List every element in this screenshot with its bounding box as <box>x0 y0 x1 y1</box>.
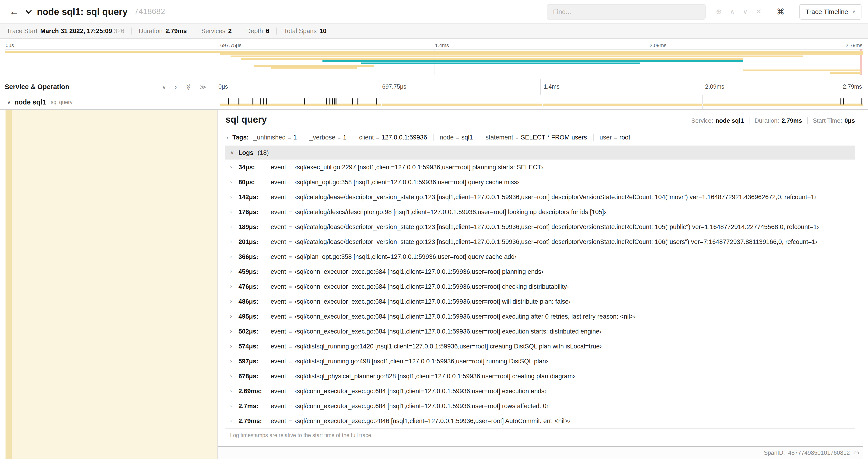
log-row[interactable]: › 502μs: event = ‹sql/conn_executor_exec… <box>225 324 855 339</box>
log-marker-tick[interactable] <box>352 98 353 104</box>
tag-item[interactable]: _verbose = 1 <box>303 134 352 141</box>
find-box[interactable] <box>547 4 706 19</box>
chevron-right-icon[interactable]: › <box>230 328 234 334</box>
chevron-right-icon[interactable]: › <box>226 134 228 141</box>
chevron-down-icon[interactable] <box>25 8 32 15</box>
span-row-label[interactable]: ∨ node sql1 sql query <box>5 95 220 109</box>
collapse-all-icon[interactable]: ≫ <box>185 84 192 90</box>
log-marker-tick[interactable] <box>266 98 267 104</box>
minimap-canvas[interactable] <box>5 49 863 75</box>
tag-item[interactable]: statement = SELECT * FROM users <box>479 134 593 141</box>
gridline-bar-break <box>381 104 382 106</box>
log-row[interactable]: › 366μs: event = ‹sql/plan_opt.go:358 [n… <box>225 249 855 264</box>
log-marker-tick[interactable] <box>252 98 253 104</box>
logs-header[interactable]: ∨ Logs (18) <box>225 145 855 160</box>
chevron-right-icon[interactable]: › <box>230 223 234 230</box>
equals-sign: = <box>289 403 292 409</box>
log-row[interactable]: › 2.69ms: event = ‹sql/conn_executor_exe… <box>225 384 855 398</box>
log-marker-tick[interactable] <box>840 98 841 104</box>
log-marker-tick[interactable] <box>264 98 265 104</box>
log-row[interactable]: › 476μs: event = ‹sql/conn_executor_exec… <box>225 279 855 294</box>
log-row[interactable]: › 486μs: event = ‹sql/conn_executor_exec… <box>225 294 855 309</box>
chevron-right-icon[interactable]: › <box>230 418 234 424</box>
tag-item[interactable]: client = 127.0.0.1:59936 <box>352 134 433 141</box>
chevron-right-icon[interactable]: › <box>230 179 234 185</box>
log-row[interactable]: › 34μs: event = ‹sql/exec_util.go:2297 [… <box>225 160 855 174</box>
expand-all-icon[interactable]: ≫ <box>200 83 206 90</box>
timeline-tick-label: 0μs <box>218 84 228 90</box>
chevron-right-icon[interactable]: › <box>230 388 234 394</box>
tag-item[interactable]: node = sql1 <box>433 134 479 141</box>
chevron-right-icon[interactable]: › <box>230 313 234 320</box>
log-timestamp: 502μs: <box>239 328 267 335</box>
chevron-right-icon[interactable]: › <box>230 268 234 275</box>
log-marker-tick[interactable] <box>304 98 305 104</box>
expand-one-icon[interactable]: › <box>175 83 177 90</box>
chevron-right-icon[interactable]: › <box>230 208 234 215</box>
log-row[interactable]: › 80μs: event = ‹sql/plan_opt.go:358 [ns… <box>225 174 855 189</box>
chevron-down-icon[interactable]: ∨ <box>7 99 11 105</box>
log-row[interactable]: › 597μs: event = ‹sql/distsql_running.go… <box>225 354 855 368</box>
chevron-right-icon[interactable]: › <box>230 298 234 305</box>
log-row[interactable]: › 201μs: event = ‹sql/catalog/lease/desc… <box>225 234 855 249</box>
log-marker-tick[interactable] <box>228 98 229 104</box>
tag-value: root <box>620 134 630 141</box>
log-row[interactable]: › 459μs: event = ‹sql/conn_executor_exec… <box>225 264 855 279</box>
locate-icon[interactable]: ⊕ <box>716 7 722 16</box>
chevron-right-icon[interactable]: › <box>230 194 234 200</box>
timeline-tick-column: 0μs <box>217 79 379 95</box>
log-marker-tick[interactable] <box>376 98 377 104</box>
span-timeline-area[interactable] <box>220 95 863 109</box>
log-marker-tick[interactable] <box>330 98 331 104</box>
log-timestamp: 2.7ms: <box>239 402 267 409</box>
equals-sign: = <box>614 135 617 140</box>
log-field-key: event <box>271 387 286 394</box>
prev-result-icon[interactable]: ∧ <box>730 7 735 16</box>
equals-sign: = <box>376 135 379 140</box>
log-row[interactable]: › 678μs: event = ‹sql/distsql_physical_p… <box>225 368 855 384</box>
log-text: event = ‹sql/conn_executor_exec.go:684 [… <box>271 387 547 394</box>
log-marker-tick[interactable] <box>334 98 335 104</box>
log-row[interactable]: › 176μs: event = ‹sql/catalog/descs/desc… <box>225 204 855 219</box>
log-marker-tick[interactable] <box>326 98 327 104</box>
chevron-down-icon[interactable]: ∨ <box>230 149 234 156</box>
log-row[interactable]: › 2.79ms: event = ‹sql/conn_executor_exe… <box>225 413 855 428</box>
find-input[interactable] <box>552 7 701 16</box>
link-icon[interactable] <box>853 450 860 456</box>
log-marker-tick[interactable] <box>332 98 333 104</box>
tags-row[interactable]: › Tags: _unfinished = 1 _verbose = 1 cli… <box>226 134 855 141</box>
collapse-one-icon[interactable]: ∨ <box>162 83 166 90</box>
log-row[interactable]: › 142μs: event = ‹sql/catalog/lease/desc… <box>225 189 855 204</box>
chevron-right-icon[interactable]: › <box>230 358 234 364</box>
tag-item[interactable]: _unfinished = 1 <box>253 134 303 141</box>
equals-sign: = <box>289 343 292 349</box>
log-marker-tick[interactable] <box>862 98 862 104</box>
log-row[interactable]: › 189μs: event = ‹sql/catalog/lease/desc… <box>225 219 855 234</box>
chevron-right-icon[interactable]: › <box>230 343 234 349</box>
collapse-controls: ∨ › ≫ ≫ <box>162 83 206 90</box>
next-result-icon[interactable]: ∨ <box>743 7 748 16</box>
chevron-right-icon[interactable]: › <box>230 238 234 245</box>
log-row[interactable]: › 574μs: event = ‹sql/distsql_running.go… <box>225 339 855 354</box>
log-marker-tick[interactable] <box>260 98 261 104</box>
log-marker-tick[interactable] <box>336 98 337 104</box>
log-marker-tick[interactable] <box>238 98 239 104</box>
gridline-bar-break <box>541 104 542 106</box>
back-button[interactable]: ← <box>6 6 21 18</box>
log-field-value: ‹sql/conn_executor_exec.go:684 [nsql1,cl… <box>295 283 569 290</box>
chevron-right-icon[interactable]: › <box>230 253 234 260</box>
chevron-right-icon[interactable]: › <box>230 164 234 170</box>
log-marker-tick[interactable] <box>358 98 359 104</box>
chevron-right-icon[interactable]: › <box>230 402 234 409</box>
page-title: node sql1: sql query <box>37 6 128 17</box>
log-marker-tick[interactable] <box>843 98 843 104</box>
log-row[interactable]: › 2.7ms: event = ‹sql/conn_executor_exec… <box>225 398 855 413</box>
chevron-right-icon[interactable]: › <box>230 373 234 379</box>
tag-item[interactable]: user = root <box>593 134 636 141</box>
trace-timeline-dropdown[interactable]: Trace Timeline ∨ <box>799 4 862 19</box>
clear-search-icon[interactable]: ✕ <box>756 7 762 16</box>
log-row[interactable]: › 495μs: event = ‹sql/conn_executor_exec… <box>225 309 855 324</box>
keyboard-shortcuts-icon[interactable]: ⌘ <box>774 6 787 17</box>
span-row[interactable]: ∨ node sql1 sql query <box>0 95 868 110</box>
chevron-right-icon[interactable]: › <box>230 283 234 290</box>
